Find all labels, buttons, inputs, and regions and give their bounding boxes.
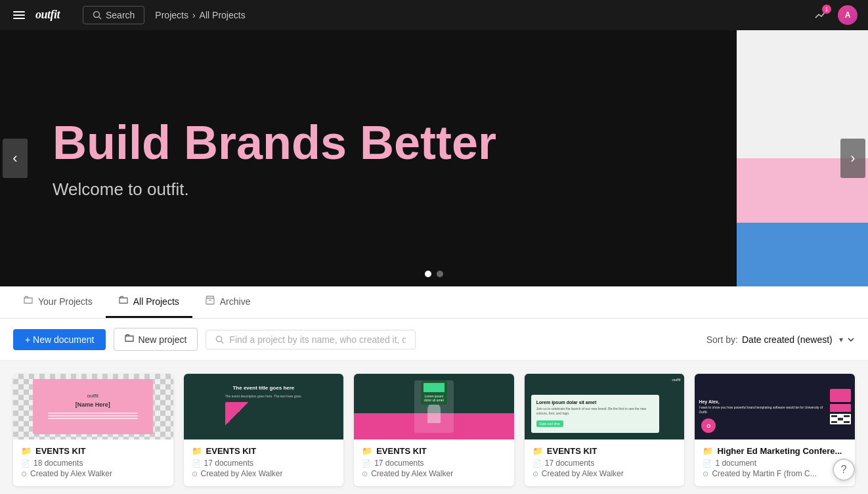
- project-card[interactable]: outfit [Name Here] 📁 EVENTS KIT 📄 18 doc…: [13, 374, 173, 486]
- project-info: 📁 EVENTS KIT 📄 17 documents ⊙ Created by…: [354, 439, 514, 486]
- project-search-bar[interactable]: [206, 330, 416, 349]
- project-name: 📁 EVENTS KIT: [532, 446, 677, 456]
- he-qr: [830, 414, 851, 424]
- project-title: EVENTS KIT: [35, 446, 86, 456]
- he-phone: [830, 389, 851, 402]
- carousel-dot-2[interactable]: [437, 271, 443, 277]
- document-icon: 📄: [21, 459, 30, 468]
- breadcrumb-root[interactable]: Projects: [155, 10, 188, 20]
- folder-icon: 📁: [21, 446, 32, 456]
- menu-bar: [13, 11, 25, 12]
- event-subtitle: The event description goes here. The tex…: [225, 394, 302, 398]
- toolbar: + New document New project Sort by: Date…: [0, 319, 868, 361]
- project-info: 📁 EVENTS KIT 📄 18 documents ⊙ Created by…: [13, 439, 173, 486]
- tab-archive-label: Archive: [220, 296, 251, 307]
- project-title: Higher Ed Marketing Confere...: [717, 446, 842, 456]
- thumb-content: The event title goes here The event desc…: [184, 374, 344, 439]
- qr-cell: [838, 415, 844, 417]
- person-icon: ⊙: [21, 470, 27, 478]
- he-text: Hey Alex, I want to show you how powerfu…: [699, 399, 827, 415]
- creator-label: Created by Martin F (from C...: [712, 469, 816, 478]
- project-doc-count: 📄 18 documents: [21, 459, 165, 468]
- circle-logo: O: [701, 418, 716, 433]
- thumb-content: Hey Alex, I want to show you how powerfu…: [695, 374, 855, 439]
- menu-button[interactable]: [11, 9, 28, 22]
- svg-point-1: [94, 12, 100, 18]
- qr-cell: [844, 418, 850, 420]
- project-info: 📁 EVENTS KIT 📄 17 documents ⊙ Created by…: [525, 439, 685, 486]
- new-project-label: New project: [138, 334, 186, 345]
- project-name: 📁 Higher Ed Marketing Confere...: [703, 446, 847, 456]
- document-icon: 📄: [703, 459, 712, 468]
- project-card[interactable]: outfit Lorem ipsum dolar sit amet Join u…: [525, 374, 685, 486]
- person-card-overlay: Lorem ipsum dolor sit amet: [421, 380, 447, 405]
- qr-cell: [838, 418, 844, 420]
- he-left: Hey Alex, I want to show you how powerfu…: [699, 399, 827, 415]
- project-search-input[interactable]: [229, 334, 406, 345]
- svg-line-6: [221, 341, 223, 343]
- document-icon: 📄: [532, 459, 542, 468]
- notification-count: 1: [822, 5, 831, 14]
- project-card[interactable]: Lorem ipsum dolor sit amet 📁 EVENTS KIT …: [354, 374, 514, 486]
- tab-archive[interactable]: Archive: [192, 286, 264, 318]
- search-icon: [93, 11, 102, 20]
- search-icon: [215, 335, 224, 344]
- thumb-lines: [48, 411, 138, 420]
- project-card[interactable]: Hey Alex, I want to show you how powerfu…: [695, 374, 855, 486]
- search-button[interactable]: Search: [83, 6, 144, 24]
- qr-cell: [844, 421, 850, 423]
- help-button[interactable]: ?: [833, 459, 855, 481]
- tabs-bar: Your Projects All Projects Archive: [0, 286, 868, 319]
- notification-badge[interactable]: 1: [812, 6, 830, 24]
- creator-label: Created by Alex Walker: [30, 469, 112, 478]
- user-avatar[interactable]: A: [838, 5, 857, 25]
- hero-track: Build Brands Better Welcome to outfit.: [0, 30, 868, 286]
- breadcrumb-current: All Projects: [200, 10, 246, 20]
- carousel-dot-1[interactable]: [425, 271, 431, 277]
- project-card[interactable]: The event title goes here The event desc…: [184, 374, 344, 486]
- project-creator: ⊙ Created by Alex Walker: [532, 469, 677, 478]
- carousel-prev-button[interactable]: ‹: [3, 139, 28, 178]
- lorem-text: Join us to celebrate the launch of our n…: [536, 407, 654, 416]
- sort-wrapper: Date created (newest) Date created (olde…: [742, 334, 843, 345]
- project-name: 📁 EVENTS KIT: [192, 446, 336, 456]
- lorem-title: Lorem ipsum dolar sit amet: [536, 400, 654, 405]
- tab-all-projects[interactable]: All Projects: [106, 286, 192, 318]
- hero-slide-1: Build Brands Better Welcome to outfit.: [0, 30, 868, 286]
- person-image: Lorem ipsum dolor sit amet: [354, 374, 514, 439]
- thumb-logo-text: outfit: [87, 393, 98, 399]
- projects-grid: outfit [Name Here] 📁 EVENTS KIT 📄 18 doc…: [0, 361, 868, 494]
- new-project-button[interactable]: New project: [114, 328, 198, 351]
- tab-your-projects-label: Your Projects: [38, 296, 93, 307]
- event-image: [225, 402, 258, 428]
- tab-your-projects[interactable]: Your Projects: [11, 286, 106, 318]
- event-title: The event title goes here: [225, 385, 302, 392]
- archive-icon: [206, 296, 215, 307]
- project-creator: ⊙ Created by Alex Walker: [21, 469, 165, 478]
- carousel-next-button[interactable]: ›: [840, 139, 865, 178]
- svg-text:outfit: outfit: [35, 8, 61, 21]
- creator-label: Created by Alex Walker: [371, 469, 453, 478]
- folder-icon: 📁: [703, 446, 713, 456]
- prev-arrow-icon: ‹: [12, 150, 17, 167]
- outfit-logo: outfit: [35, 6, 75, 25]
- doc-count-label: 17 documents: [545, 459, 594, 468]
- menu-bar: [13, 14, 25, 16]
- folder-icon: [125, 334, 134, 345]
- project-doc-count: 📄 17 documents: [532, 459, 677, 468]
- project-thumbnail: outfit [Name Here]: [13, 374, 173, 439]
- sort-select[interactable]: Date created (newest) Date created (olde…: [742, 334, 843, 345]
- new-document-label: + New document: [25, 334, 94, 345]
- person-icon: ⊙: [362, 470, 368, 478]
- qr-cell: [844, 415, 850, 417]
- thumb-line: [48, 415, 138, 416]
- sort-label: Sort by:: [706, 334, 738, 345]
- doc-count-label: 18 documents: [33, 459, 83, 468]
- new-document-button[interactable]: + New document: [13, 329, 106, 350]
- document-icon: 📄: [362, 459, 371, 468]
- qr-cell: [831, 418, 837, 420]
- creator-label: Created by Alex Walker: [542, 469, 624, 478]
- project-thumbnail: Lorem ipsum dolor sit amet: [354, 374, 514, 439]
- project-thumbnail: The event title goes here The event desc…: [184, 374, 344, 439]
- panel-blue: [737, 223, 868, 287]
